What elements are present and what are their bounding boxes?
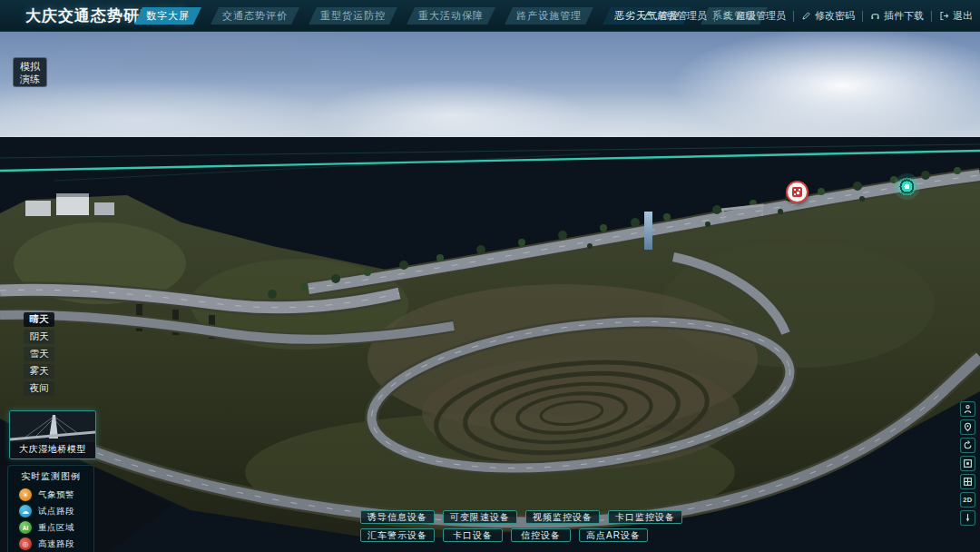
tab-truck-control[interactable]: 重型货运防控 xyxy=(309,7,397,25)
divider xyxy=(862,11,863,22)
focus-square-icon xyxy=(963,458,973,468)
pilot-road-icon: ☁ xyxy=(19,505,32,518)
reset-view-button[interactable] xyxy=(960,438,975,453)
rotate-icon xyxy=(963,440,973,450)
legend-item-weather-warning: ☀ 气象预警 xyxy=(8,487,93,503)
logout-label: 退出 xyxy=(953,9,973,23)
checkpoint-sign-icon xyxy=(792,187,802,197)
weather-sunny[interactable]: 晴天 xyxy=(24,312,54,327)
weather-fog[interactable]: 雾天 xyxy=(24,364,54,379)
user-icon xyxy=(722,11,732,21)
device-row-2: 汇车警示设备 卡口设备 信控设备 高点AR设备 xyxy=(360,528,682,542)
device-row-1: 诱导信息设备 可变限速设备 视频监控设备 卡口监控设备 xyxy=(360,510,682,524)
bridge-model-card[interactable]: 大庆湿地桥模型 xyxy=(9,410,96,459)
tab-digital-screen[interactable]: 数字大屏 xyxy=(134,7,201,25)
plugin-download-label: 插件下载 xyxy=(884,9,924,23)
legend-panel: 实时监测图例 ☀ 气象预警 ☁ 试点路段 AI 重点区域 ◎ 高速路段 xyxy=(7,465,94,552)
camera-marker[interactable] xyxy=(894,173,920,200)
split-screen-button[interactable] xyxy=(960,474,975,489)
weather-snow[interactable]: 雪天 xyxy=(24,347,54,361)
legend-item-highway: ◎ 高速路段 xyxy=(8,536,93,552)
key-area-ai-icon: AI xyxy=(19,521,32,534)
simulation-drill-button[interactable]: 模拟 演练 xyxy=(13,57,47,87)
logout-button[interactable]: 退出 xyxy=(939,9,973,23)
user-name-label: 超级管理员 xyxy=(736,9,786,23)
logout-icon xyxy=(939,11,949,21)
locate-button[interactable] xyxy=(960,419,975,435)
map-scene: 模拟 演练 晴天 阴天 雪天 雾天 夜间 大庆湿地桥模型 实时监测 xyxy=(0,32,980,552)
plugin-download-button[interactable]: 插件下载 xyxy=(870,9,924,23)
highway-section-icon: ◎ xyxy=(19,537,32,550)
device-filter-buttons: 诱导信息设备 可变限速设备 视频监控设备 卡口监控设备 汇车警示设备 卡口设备 … xyxy=(360,510,682,542)
bridge-model-label: 大庆湿地桥模型 xyxy=(10,443,95,456)
legend-title: 实时监测图例 xyxy=(8,470,93,483)
headset-download-icon xyxy=(870,11,880,21)
checkpoint-monitor-device-button[interactable]: 卡口监控设备 xyxy=(608,510,682,524)
user-menu: 超级管理员 超级管理员 修改密码 插件下载 退出 xyxy=(643,0,973,32)
focus-model-button[interactable] xyxy=(960,456,975,471)
person-view-button[interactable] xyxy=(960,401,975,417)
tab-traffic-evaluation[interactable]: 交通态势评价 xyxy=(211,7,299,25)
merge-warning-device-button[interactable]: 汇车警示设备 xyxy=(360,528,435,542)
legend-item-pilot-road: ☁ 试点路段 xyxy=(8,503,93,519)
blue-pillar xyxy=(644,212,652,250)
checkpoint-marker[interactable] xyxy=(786,181,808,203)
divider xyxy=(931,11,932,22)
header-bar: 大庆交通态势研判系统 数字大屏 交通态势评价 重型货运防控 重大活动保障 路产设… xyxy=(0,0,980,32)
legend-item-key-area: AI 重点区域 xyxy=(8,519,93,536)
drop-pin-button[interactable] xyxy=(960,510,975,526)
grid-layout-icon xyxy=(963,477,973,487)
location-pin-icon xyxy=(963,422,973,432)
drop-pin-icon xyxy=(963,513,973,523)
map-3d-view[interactable] xyxy=(0,32,980,552)
weather-warning-icon: ☀ xyxy=(19,488,32,501)
divider xyxy=(793,11,794,22)
sim-label-line1: 模拟 xyxy=(14,60,46,73)
role-selector[interactable]: 超级管理员 xyxy=(643,9,707,23)
guidance-info-device-button[interactable]: 诱导信息设备 xyxy=(360,510,435,524)
role-badge-icon xyxy=(643,11,653,21)
change-password-button[interactable]: 修改密码 xyxy=(801,9,855,23)
person-icon xyxy=(963,404,973,414)
video-surveillance-device-button[interactable]: 视频监控设备 xyxy=(525,510,600,524)
map-toolbar: 2D xyxy=(960,401,975,526)
signal-control-device-button[interactable]: 信控设备 xyxy=(511,528,571,542)
toggle-2d-button[interactable]: 2D xyxy=(960,492,975,508)
high-point-ar-device-button[interactable]: 高点AR设备 xyxy=(579,528,648,542)
role-label: 超级管理员 xyxy=(657,9,707,23)
current-user[interactable]: 超级管理员 xyxy=(722,9,786,23)
checkpoint-device-button[interactable]: 卡口设备 xyxy=(443,528,503,542)
divider xyxy=(714,11,715,22)
tab-event-support[interactable]: 重大活动保障 xyxy=(407,7,495,25)
view-2d-label: 2D xyxy=(963,496,973,504)
tab-facility-management[interactable]: 路产设施管理 xyxy=(505,7,593,25)
edit-pencil-icon xyxy=(801,11,811,21)
sim-label-line2: 演练 xyxy=(14,73,46,85)
change-password-label: 修改密码 xyxy=(815,9,855,23)
weather-night[interactable]: 夜间 xyxy=(24,381,54,396)
weather-mode-list: 晴天 阴天 雪天 雾天 夜间 xyxy=(24,312,54,399)
variable-speed-device-button[interactable]: 可变限速设备 xyxy=(443,510,517,524)
weather-cloudy[interactable]: 阴天 xyxy=(24,330,54,344)
